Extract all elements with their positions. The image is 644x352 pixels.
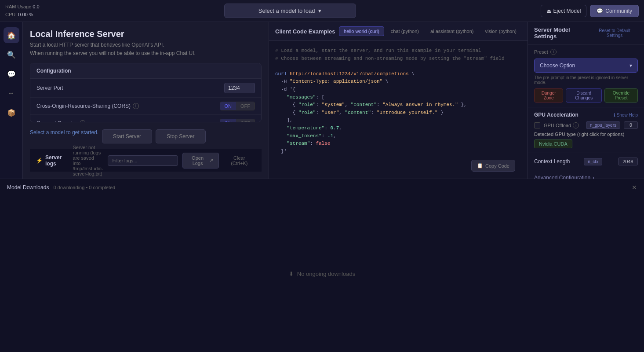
- danger-zone-button[interactable]: Danger Zone: [534, 88, 563, 103]
- server-port-input[interactable]: [224, 83, 255, 93]
- split-panel: Local Inference Server Start a local HTT…: [23, 22, 644, 179]
- danger-zone-buttons: Danger Zone Discard Changes Override Pre…: [534, 88, 638, 103]
- gpu-offload-info-icon[interactable]: i: [573, 122, 579, 128]
- req-off-btn[interactable]: OFF: [236, 119, 255, 122]
- reset-defaults-button[interactable]: Reset to Default Settings: [591, 28, 638, 38]
- code-tab-vision[interactable]: vision (python): [480, 26, 521, 36]
- logs-panel: ⚡ Server logs Server not running (logs a…: [30, 149, 262, 172]
- sidebar-item-downloads[interactable]: 📦: [4, 105, 19, 121]
- subtitle-line1: Start a local HTTP server that behaves l…: [30, 42, 164, 48]
- advanced-config-chevron-icon: ›: [593, 175, 594, 179]
- open-logs-button[interactable]: Open Logs ↗: [182, 153, 219, 169]
- logs-title: ⚡ Server logs: [36, 154, 69, 167]
- cors-off-btn[interactable]: OFF: [236, 102, 255, 110]
- community-button[interactable]: 💬 Community: [590, 5, 639, 17]
- start-server-button[interactable]: Start Server: [102, 129, 152, 143]
- chevron-down-icon: ▾: [318, 7, 321, 14]
- download-icon: ⬇: [289, 271, 294, 277]
- code-line-2: # Choose between streaming and non-strea…: [275, 55, 521, 63]
- sidebar-item-transfer[interactable]: ↔: [4, 85, 19, 101]
- page-header: Local Inference Server Start a local HTT…: [30, 29, 262, 58]
- eject-icon: ⏏: [546, 8, 551, 14]
- sidebar-item-home[interactable]: 🏠: [4, 27, 19, 43]
- cors-info-icon[interactable]: i: [133, 103, 139, 109]
- code-examples-panel: Client Code Examples hello world (curl) …: [269, 22, 528, 179]
- copy-code-button[interactable]: 📋 Copy Code: [471, 160, 515, 172]
- topbar-center: Select a model to load ▾: [40, 4, 541, 18]
- downloads-title: Model Downloads: [7, 184, 49, 191]
- code-line-3: curl http://localhost:1234/v1/chat/compl…: [275, 70, 521, 78]
- close-downloads-button[interactable]: ✕: [632, 184, 637, 191]
- topbar-stats: RAM Usage 0.0 CPU: 0.00 %: [5, 3, 40, 18]
- code-tab-curl[interactable]: hello world (curl): [339, 26, 384, 36]
- override-preset-button[interactable]: Override Preset: [604, 88, 638, 103]
- context-length-row: Context Length n_ctx 2048: [534, 158, 638, 165]
- page-subtitle: Start a local HTTP server that behaves l…: [30, 41, 262, 58]
- ram-value: 0.0: [33, 4, 39, 9]
- code-content: # Load a model, start the server, and ru…: [269, 41, 528, 154]
- preset-section: Preset i Choose Option ▾ The pre-prompt …: [528, 44, 644, 107]
- request-queuing-row: Request Queuing i ON OFF: [30, 115, 261, 122]
- show-help-button[interactable]: ℹ Show Help: [614, 113, 638, 117]
- context-length-section: Context Length n_ctx 2048: [528, 153, 644, 170]
- select-model-button[interactable]: Select a model to load ▾: [224, 4, 356, 18]
- community-label: Community: [605, 8, 632, 14]
- stop-server-button[interactable]: Stop Server: [156, 129, 205, 143]
- preset-label: Preset i: [534, 49, 638, 55]
- code-panel-title: Client Code Examples: [275, 28, 335, 35]
- gpu-offload-checkbox[interactable]: [534, 122, 540, 128]
- code-line-13: }': [275, 148, 521, 154]
- select-model-note: Select a model to get started.: [30, 129, 98, 143]
- code-line-4: -H "Content-Type: application/json" \: [275, 78, 521, 86]
- code-line-7: { "role": "system", "content": "Always a…: [275, 101, 521, 109]
- cpu-value: 0.00 %: [18, 12, 33, 17]
- config-box-header: Configuration: [30, 63, 261, 79]
- code-line-1: # Load a model, start the server, and ru…: [275, 47, 521, 55]
- advanced-config-button[interactable]: Advanced Configuration ›: [534, 175, 594, 179]
- req-on-btn[interactable]: ON: [220, 119, 236, 122]
- choose-option-chevron-icon: ▾: [629, 62, 632, 69]
- settings-header: Server Model Settings Reset to Default S…: [528, 22, 644, 44]
- preset-note: The pre-prompt in the preset is ignored …: [534, 75, 638, 85]
- clear-shortcut: (Ctrl+K): [231, 161, 247, 166]
- code-tab-ai-assistant[interactable]: ai assistant (python): [426, 26, 478, 36]
- code-line-9: ],: [275, 117, 521, 125]
- open-logs-label: Open Logs: [188, 155, 207, 166]
- content-area: Local Inference Server Start a local HTT…: [23, 22, 644, 179]
- copy-code-label: Copy Code: [485, 163, 509, 169]
- action-buttons: Select a model to get started. Start Ser…: [30, 129, 262, 143]
- ctx-value: 2048: [618, 158, 638, 165]
- cors-toggle: ON OFF: [220, 102, 255, 110]
- sidebar-item-search[interactable]: 🔍: [4, 47, 19, 62]
- eject-model-button[interactable]: ⏏ Eject Model: [541, 5, 587, 17]
- resource-stats: RAM Usage 0.0 CPU: 0.00 %: [5, 3, 40, 18]
- code-tab-chat-python[interactable]: chat (python): [386, 26, 424, 36]
- cors-label: Cross-Origin-Resource-Sharing (CORS) i: [36, 103, 139, 109]
- help-icon: ℹ: [614, 113, 615, 117]
- community-icon: 💬: [597, 8, 603, 14]
- clear-logs-button[interactable]: Clear (Ctrl+K): [223, 153, 256, 168]
- discard-changes-button[interactable]: Discard Changes: [566, 88, 602, 103]
- cors-on-btn[interactable]: ON: [220, 102, 236, 110]
- external-link-icon: ↗: [209, 158, 213, 163]
- request-queuing-info-icon[interactable]: i: [80, 120, 86, 122]
- advanced-config-section: Advanced Configuration ›: [528, 170, 644, 179]
- select-model-label: Select a model to load: [258, 7, 315, 14]
- detected-gpu-row: Detected GPU type (right click for optio…: [534, 132, 638, 137]
- choose-option-label: Choose Option: [540, 62, 575, 69]
- code-line-11: "max_tokens": -1,: [275, 132, 521, 140]
- logs-title-text: Server logs: [45, 154, 69, 167]
- preset-info-icon[interactable]: i: [550, 49, 557, 55]
- request-queuing-toggle: ON OFF: [220, 119, 255, 122]
- gpu-type-badge: Nvidia CUDA: [534, 139, 638, 148]
- clear-logs-label: Clear: [233, 155, 245, 161]
- choose-option-button[interactable]: Choose Option ▾: [534, 59, 638, 73]
- gpu-type-value: Nvidia CUDA: [534, 139, 572, 148]
- logs-filter-input[interactable]: [108, 155, 178, 166]
- sidebar-item-chat[interactable]: 💬: [4, 66, 19, 82]
- code-line-10: "temperature": 0.7,: [275, 125, 521, 132]
- gpu-offload-row: GPU Offload i n_gpu_layers 0: [534, 121, 638, 129]
- logs-icon: ⚡: [36, 158, 43, 164]
- request-queuing-label: Request Queuing i: [36, 120, 86, 122]
- code-tabs: hello world (curl) chat (python) ai assi…: [339, 26, 521, 36]
